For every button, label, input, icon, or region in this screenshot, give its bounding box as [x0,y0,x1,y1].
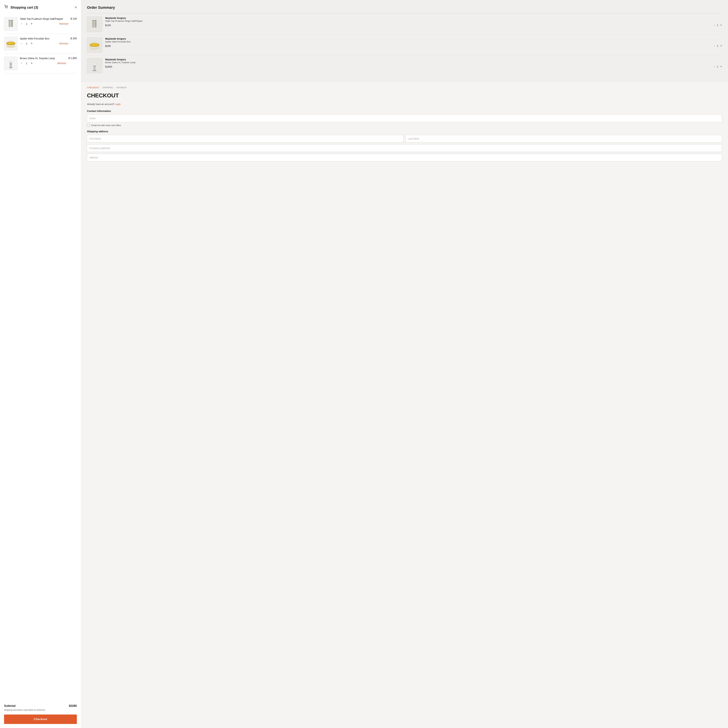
breadcrumb-payment: PAYMENT [116,86,127,89]
cart-item-image-salt-pepper [4,17,18,31]
cart-icon [4,5,8,10]
svg-rect-22 [92,20,94,21]
summary-item-image-1 [87,37,102,53]
qty-value-torpedo-lamp: 1 [25,62,28,65]
close-button[interactable]: × [75,6,77,9]
qty-decrease-porcelain-box[interactable]: - [20,42,23,45]
svg-rect-6 [11,20,13,21]
summary-brand-1: Waylande Gregory [105,37,722,40]
checkout-heading: CHECKOUT [87,92,722,99]
summary-item-details-2: Waylande Gregory Brown Zebra XL Torpedo … [105,58,722,68]
summary-items: Waylande Gregory Table Top PLatinum Ring… [87,17,722,76]
shipping-note: Shipping and taxes calculated at checkou… [4,709,77,711]
login-link[interactable]: Login [115,103,121,106]
summary-price-2: $1850 [105,65,112,68]
qty-increase-porcelain-box[interactable]: + [30,42,34,45]
item-qty-row-torpedo-lamp: - 1 + Remove [20,62,66,65]
breadcrumb-checkout[interactable]: CHECKOUT [87,86,99,89]
summary-brand-0: Waylande Gregory [105,17,722,19]
shipping-section-label: Shipping address [87,130,722,133]
summary-qty-controls-0: - 1 + [714,24,722,27]
summary-item-0: Waylande Gregory Table Top PLatinum Ring… [87,17,722,35]
summary-item-1: Waylande Gregory Spider Web Porcelain Bo… [87,37,722,55]
remove-porcelain-box[interactable]: Remove [59,42,68,45]
breadcrumb: CHECKOUT › SHIPPING › PAYMENT [87,86,722,89]
email-input[interactable] [87,115,722,122]
item-qty-row-salt-pepper: - 1 + Remove [20,22,68,25]
qty-decrease-salt-pepper[interactable]: - [20,22,23,25]
svg-rect-2 [9,20,11,27]
item-details-salt-pepper: Table Top PLatinum Rings Salt/Pepper - 1… [20,17,68,25]
svg-rect-23 [92,27,94,28]
item-details-torpedo-lamp: Brown Zebra XL Torpedo Lamp - 1 + Remove [20,57,66,65]
item-name-salt-pepper: Table Top PLatinum Rings Salt/Pepper [20,17,68,21]
summary-qty-increase-1[interactable]: + [720,44,722,47]
order-summary: Order Summary [81,0,728,81]
subtotal-label: Subtotal [4,704,15,708]
right-panel: Order Summary [81,0,728,728]
summary-qty-value-1: 1 [717,44,719,47]
item-name-porcelain-box: Spider Web Porcelain Box [20,37,68,40]
newsletter-row: Email me with news and offers [87,124,722,127]
cart-items-list: Table Top PLatinum Rings Salt/Pepper - 1… [4,14,77,699]
qty-controls-torpedo-lamp: - 1 + [20,62,34,65]
subtotal-value: $2280 [69,704,77,708]
name-row [87,135,722,142]
cart-item-image-porcelain-box [4,37,18,50]
summary-qty-value-0: 1 [717,24,719,26]
cart-panel: Shopping cart (3) × [0,0,81,728]
remove-salt-pepper[interactable]: Remove [59,22,68,25]
summary-qty-controls-2: - 1 + [714,65,722,68]
svg-rect-24 [95,20,96,28]
qty-decrease-torpedo-lamp[interactable]: - [20,62,23,65]
summary-qty-decrease-2[interactable]: - [714,65,715,68]
svg-rect-7 [11,26,13,27]
order-summary-title: Order Summary [87,5,722,10]
item-price-torpedo-lamp: $ 1,850 [69,57,77,60]
summary-qty-value-2: 1 [717,65,719,68]
cart-item-porcelain-box: Spider Web Porcelain Box - 1 + Remove $ … [4,34,77,54]
first-name-input[interactable] [87,135,404,142]
svg-rect-5 [11,20,13,27]
summary-item-details-0: Waylande Gregory Table Top PLatinum Ring… [105,17,722,27]
last-name-input[interactable] [405,135,722,142]
breadcrumb-shipping: SHIPPING [102,86,113,89]
item-name-torpedo-lamp: Brown Zebra XL Torpedo Lamp [20,57,66,60]
summary-qty-decrease-0[interactable]: - [714,24,715,27]
summary-price-row-1: $295 - 1 + [105,44,722,47]
svg-point-1 [7,8,7,8]
item-details-porcelain-box: Spider Web Porcelain Box - 1 + Remove [20,37,68,45]
summary-qty-decrease-1[interactable]: - [714,44,715,47]
summary-qty-increase-0[interactable]: + [720,24,722,27]
summary-item-name-0: Table Top PLatinum Rings Salt/Pepper [105,20,722,22]
cart-title-group: Shopping cart (3) [4,5,38,10]
checkout-section: CHECKOUT › SHIPPING › PAYMENT CHECKOUT A… [81,81,728,728]
item-price-porcelain-box: $ 295 [70,37,77,40]
address-input[interactable] [87,154,722,161]
summary-qty-controls-1: - 1 + [714,44,722,47]
newsletter-checkbox[interactable] [87,124,90,127]
qty-controls-salt-pepper: - 1 + [20,22,34,25]
checkout-button[interactable]: Checkout [4,714,77,724]
remove-torpedo-lamp[interactable]: Remove [57,62,66,64]
subtotal-row: Subtotal $2280 [4,704,77,708]
breadcrumb-sep-2: › [115,86,115,89]
svg-rect-3 [9,20,11,21]
company-input[interactable] [87,144,722,152]
cart-item-torpedo-lamp: Brown Zebra XL Torpedo Lamp - 1 + Remove… [4,54,77,73]
breadcrumb-sep-1: › [101,86,101,89]
qty-increase-torpedo-lamp[interactable]: + [30,62,34,65]
svg-rect-21 [92,20,94,28]
cart-item-image-torpedo-lamp [4,57,18,70]
svg-rect-39 [93,70,96,71]
cart-title: Shopping cart (3) [11,6,38,9]
summary-item-name-2: Brown Zebra XL Torpedo Lamp [105,61,722,64]
summary-item-image-2 [87,58,102,73]
cart-header: Shopping cart (3) × [4,5,77,10]
svg-rect-26 [95,27,96,28]
qty-increase-salt-pepper[interactable]: + [30,22,34,25]
summary-qty-increase-2[interactable]: + [720,65,722,68]
svg-point-37 [91,44,98,46]
summary-price-1: $295 [105,44,111,47]
newsletter-label: Email me with news and offers [91,124,121,127]
